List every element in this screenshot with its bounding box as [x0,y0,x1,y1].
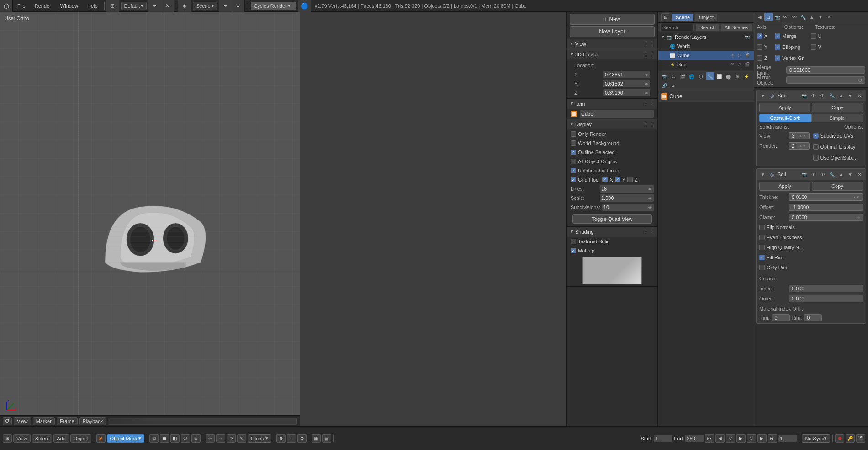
even-thickness-check[interactable] [759,235,765,240]
proportional2-icon[interactable]: ⊙ [297,434,307,443]
new-btn[interactable]: + New [570,14,655,25]
cursor-header[interactable]: 3D Cursor ⋮⋮ [567,49,657,59]
subdiv-simple-tab[interactable]: Simple [811,114,863,122]
inner-input[interactable]: 0.000 [789,285,863,292]
tab-scene[interactable]: Scene [672,14,693,21]
solidify-cam-icon[interactable]: 📷 [801,171,808,178]
solidify-copy-btn[interactable]: Copy [812,182,863,191]
layer1-icon[interactable]: ▦ [312,434,321,443]
lines-input[interactable]: 16 ◂▸ [600,185,654,193]
scene-dropdown[interactable]: Scene ▾ [193,2,217,10]
scene-add-icon[interactable]: + [219,0,232,12]
solidify-edit-icon[interactable]: 🔧 [828,171,836,178]
mod-subdiv-icon[interactable]: □ [764,13,773,21]
merge-limit-input[interactable]: 0.001000 [786,66,865,74]
tab-object[interactable]: Object [695,14,717,21]
timeline-playback[interactable]: Playback [79,417,106,425]
cube-render-icon[interactable]: 🎬 [744,52,750,59]
world-bg-check[interactable] [571,140,576,146]
add-menu[interactable]: Add [53,434,69,443]
textured-solid-check[interactable] [571,239,576,244]
matcap-check[interactable]: ✓ [571,248,576,253]
subdiv-view-input[interactable]: 3 ▲▼ [789,132,810,139]
mod-up-icon[interactable]: ▲ [808,13,816,21]
record-icon[interactable]: ⏺ [835,434,844,443]
solid-icon[interactable]: ◼ [160,434,169,443]
editor-icon[interactable]: ⊞ [3,434,12,443]
scale-icon[interactable]: ⤡ [237,434,246,443]
sun-sel-icon[interactable]: ◎ [736,61,743,68]
item-name-input[interactable]: Cube [580,110,654,118]
solidify-down-icon[interactable]: ▼ [847,171,854,178]
matcap-preview[interactable] [582,257,642,284]
scene-prop-icon[interactable]: 🎬 [678,72,687,80]
render-layers-prop-icon[interactable]: 🗂 [669,72,677,80]
cursor-z-input[interactable]: 0.39190 ◂▸ [603,89,650,96]
rendered-icon[interactable]: ◈ [191,434,201,443]
subdiv-copy-btn[interactable]: Copy [812,103,863,112]
render-prop-icon[interactable]: 📷 [660,72,668,80]
grid-y-check[interactable]: ✓ [615,177,620,182]
sun-render-icon[interactable]: 🎬 [744,61,750,68]
offset-input[interactable]: -1.0000 [789,204,863,211]
new-layer-btn[interactable]: New Layer [570,26,655,37]
select-menu[interactable]: Select [32,434,53,443]
solidify-vis-icon[interactable]: 👁 [810,171,817,178]
axis-y-check[interactable] [757,44,762,50]
translate-icon[interactable]: ↔ [216,434,225,443]
outliner-sun[interactable]: ☀ Sun 👁 ◎ 🎬 [658,60,754,69]
menu-file[interactable]: File [13,0,30,11]
subdiv-apply-btn[interactable]: Apply [759,103,810,112]
tab-search[interactable]: Search [696,24,719,31]
next-keyframe-btn[interactable]: ▷ [747,434,756,443]
grid-z-check[interactable] [627,177,633,182]
global-dropdown[interactable]: Global ▾ [248,434,271,443]
texture-icon[interactable]: ◧ [170,434,180,443]
frame-end-input[interactable]: 250 [685,435,704,442]
clamp-input[interactable]: 0.0000 ⇔ [789,214,863,221]
material-prop-icon[interactable]: ⬜ [715,72,723,80]
mod-vis2-icon[interactable]: 👁 [790,13,799,21]
viewport[interactable]: User Ortho [0,12,300,426]
shading-header[interactable]: Shading ⋮⋮ [567,227,657,237]
subdiv-render-input[interactable]: 2 ▲▼ [789,142,810,150]
world-prop-icon[interactable]: 🌐 [688,72,696,80]
menu-help[interactable]: Help [83,0,102,11]
menu-window[interactable]: Window [56,0,83,11]
menu-render[interactable]: Render [30,0,56,11]
merge-check[interactable]: ✓ [775,33,780,39]
subdiv-up-icon[interactable]: ▲ [837,92,845,99]
render-icon[interactable]: ◈ [178,0,191,12]
display-header[interactable]: Display ⋮⋮ [567,119,657,129]
render-anim-icon[interactable]: 🎬 [856,434,865,443]
object-prop-icon[interactable]: ⬡ [697,72,705,80]
rim-input1[interactable]: 0 [772,314,790,321]
subdiv-down-icon[interactable]: ▼ [847,92,854,99]
outliner-renderlayers[interactable]: 📷 RenderLayers 📷 [658,32,754,42]
data-prop-icon[interactable]: ▲ [669,81,677,90]
subdiv-catmull-tab[interactable]: Catmull-Clark [759,114,811,122]
subdiv-expand-icon[interactable]: ▼ [759,92,767,99]
view-menu[interactable]: View [13,434,31,443]
outliner-search-input[interactable]: Search [660,24,694,31]
mod-vis3-icon[interactable]: 🔧 [799,13,807,21]
subdiv-close-icon[interactable]: ✕ [856,92,863,99]
mod-camera-icon[interactable]: 📷 [773,13,781,21]
cursor-x-input[interactable]: 0.43851 ◂▸ [603,71,650,78]
only-rim-check[interactable] [759,265,765,270]
grid-x-check[interactable]: ✓ [602,177,608,182]
view-header[interactable]: View ⋮⋮ [567,39,657,49]
timeline-view[interactable]: View [14,417,31,425]
subdiv-uvs-check[interactable]: ✓ [813,133,819,139]
keying-icon[interactable]: 🔑 [846,434,855,443]
renderer-dropdown[interactable]: Cycles Render ▾ [251,2,296,10]
clipping-check[interactable]: ✓ [775,44,780,50]
u-check[interactable] [811,33,816,39]
mode-dropdown[interactable]: Default ▾ [121,2,147,10]
jump-end-btn[interactable]: ⏭ [768,434,777,443]
scale-input[interactable]: 1.000 ◂▸ [600,194,654,202]
timeline-track[interactable] [108,418,297,425]
toggle-quad-btn[interactable]: Toggle Quad View [572,214,652,224]
layer2-icon[interactable]: ▤ [322,434,331,443]
item-header[interactable]: Item ⋮⋮ [567,99,657,109]
